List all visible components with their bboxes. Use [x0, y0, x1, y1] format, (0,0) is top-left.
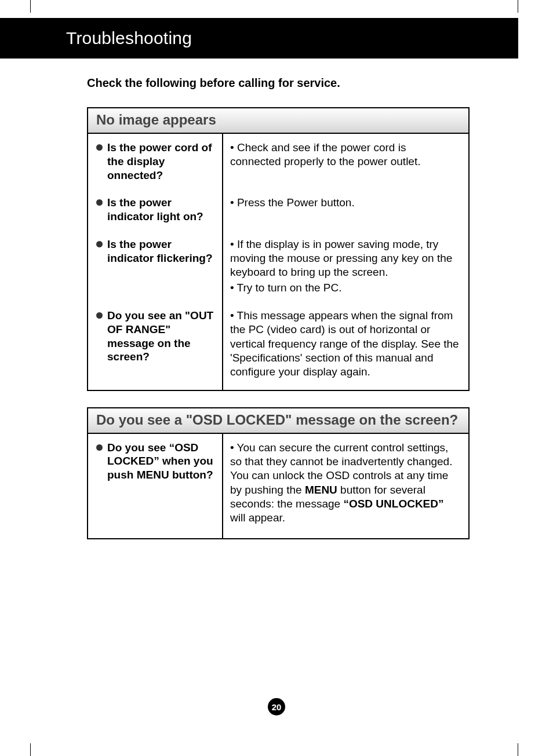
bullet-icon [96, 312, 103, 319]
answer-text: • If the display is in power saving mode… [230, 238, 459, 280]
answer-cell: • This message appears when the signal f… [223, 302, 468, 390]
answer-text: • Try to turn on the PC. [230, 281, 459, 295]
crop-mark [30, 743, 31, 756]
answer-text-bold-menu: MENU [305, 484, 337, 496]
bullet-icon [96, 241, 103, 247]
troubleshoot-box-osd-locked: Do you see a "OSD LOCKED" message on the… [87, 407, 470, 539]
question-cell: Is the power cord of the display onnecte… [88, 134, 223, 189]
crop-mark [518, 0, 518, 13]
table-row: Do you see “OSD LOCKED” when you push ME… [88, 434, 468, 538]
crop-mark [518, 743, 518, 756]
page-header: Troubleshooting [0, 18, 518, 59]
answer-text-post: will appear. [230, 512, 285, 524]
question-cell: Is the power indicator flickering? [88, 231, 223, 302]
table-row: Is the power indicator flickering? • If … [88, 231, 468, 302]
question-text: Is the power cord of the display onnecte… [107, 141, 216, 182]
intro-text: Check the following before calling for s… [87, 76, 470, 90]
question-text: Is the power indicator light on? [107, 196, 216, 224]
box-title: No image appears [88, 108, 468, 134]
table-row: Is the power cord of the display onnecte… [88, 134, 468, 189]
page-title: Troubleshooting [66, 28, 192, 48]
answer-cell: • You can secure the current control set… [223, 434, 468, 538]
question-cell: Do you see an "OUT OF RANGE" message on … [88, 302, 223, 390]
table-row: Do you see an "OUT OF RANGE" message on … [88, 302, 468, 390]
answer-text: • This message appears when the signal f… [230, 309, 459, 379]
answer-cell: • Check and see if the power cord is con… [223, 134, 468, 189]
bullet-icon [96, 444, 103, 451]
page-content: Check the following before calling for s… [87, 76, 470, 556]
table-row: Is the power indicator light on? • Press… [88, 189, 468, 231]
bullet-icon [96, 199, 103, 206]
question-text: Do you see an "OUT OF RANGE" message on … [107, 309, 216, 364]
answer-text: • Check and see if the power cord is con… [230, 141, 459, 169]
crop-mark [30, 0, 31, 13]
question-cell: Do you see “OSD LOCKED” when you push ME… [88, 434, 223, 538]
question-text: Do you see “OSD LOCKED” when you push ME… [107, 441, 216, 482]
bullet-icon [96, 144, 103, 151]
troubleshoot-box-no-image: No image appears Is the power cord of th… [87, 107, 470, 391]
question-text: Is the power indicator flickering? [107, 238, 216, 265]
box-title: Do you see a "OSD LOCKED" message on the… [88, 408, 468, 434]
answer-text-bold-unlocked: “OSD UNLOCKED” [343, 498, 443, 510]
answer-cell: • Press the Power button. [223, 189, 468, 231]
question-cell: Is the power indicator light on? [88, 189, 223, 231]
page-number: 20 [268, 698, 285, 715]
answer-cell: • If the display is in power saving mode… [223, 231, 468, 302]
answer-text: • Press the Power button. [230, 196, 459, 210]
